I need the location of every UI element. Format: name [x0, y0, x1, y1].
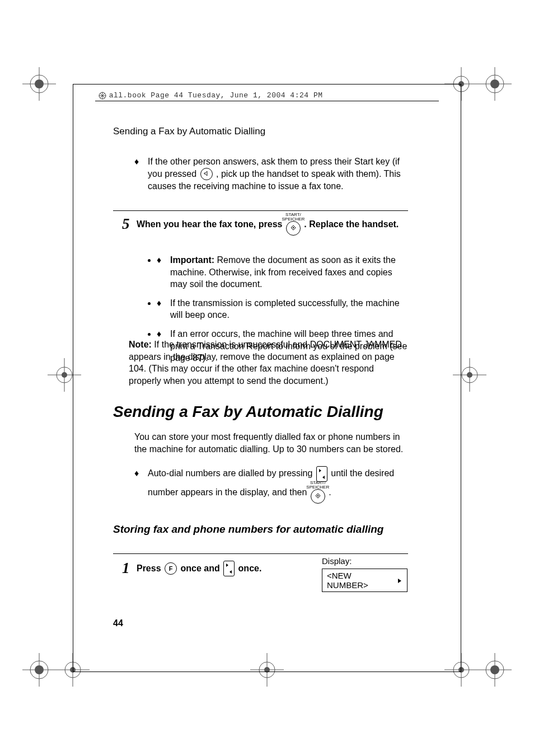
step-5: 5 When you hear the fax tone, press STAR… [122, 213, 413, 236]
display-label: Display: [322, 556, 352, 566]
svg-point-19 [467, 372, 472, 378]
registration-mark [478, 67, 512, 103]
frame-line [73, 84, 73, 672]
svg-point-41 [293, 227, 294, 228]
running-head: Sending a Fax by Automatic Dialling [113, 126, 265, 137]
registration-mark [22, 67, 56, 103]
arrow-key-icon [223, 561, 235, 576]
button-label: START/ SPEICHER [306, 481, 329, 490]
separator-line [113, 210, 408, 211]
bullet-item: If the other person answers, ask them to… [134, 156, 409, 192]
note-label: Note: [129, 340, 152, 349]
arrow-right-icon [397, 576, 402, 585]
step-number: 5 [122, 215, 130, 232]
registration-mark [22, 653, 56, 689]
step-text: once and [180, 564, 222, 573]
speaker-button-icon [200, 168, 213, 180]
registration-mark [250, 653, 284, 689]
bullet-item: If the transmission is completed success… [157, 297, 409, 321]
note-text: If the transmission is unsuccessful and … [129, 340, 402, 386]
framemaker-header: all.book Page 44 Tuesday, June 1, 2004 4… [98, 91, 322, 100]
bullet-item: Important: Remove the document as soon a… [157, 254, 409, 290]
subsection-heading: Storing fax and phone numbers for automa… [113, 523, 383, 536]
step-text: . Replace the handset. [304, 219, 399, 229]
registration-mark [444, 653, 478, 689]
f-label: F [169, 565, 173, 572]
step-text: When you hear the fax tone, press [137, 219, 285, 229]
display-value-box: <NEW NUMBER> [322, 569, 407, 592]
step-text: once. [238, 564, 262, 573]
step-text: Press [137, 564, 163, 573]
bullet-text: Auto-dial numbers are dialled by pressin… [148, 468, 315, 478]
section-heading: Sending a Fax by Automatic Dialling [113, 403, 383, 421]
registration-mark [48, 358, 81, 394]
registration-mark [478, 653, 512, 689]
header-underline [95, 101, 439, 101]
button-label: START/ SPEICHER [282, 213, 305, 222]
step-number: 1 [122, 560, 130, 576]
page-number: 44 [113, 618, 123, 628]
display-value: <NEW NUMBER> [327, 571, 391, 590]
frame-line [73, 672, 461, 672]
svg-point-15 [62, 372, 67, 378]
registration-mark [453, 358, 486, 394]
separator-line [113, 553, 408, 554]
frame-line [461, 84, 461, 672]
start-button-icon: START/ SPEICHER [311, 489, 325, 504]
bullet-label: Important: [170, 255, 214, 265]
autodial-bullet: Auto-dial numbers are dialled by pressin… [134, 464, 409, 510]
svg-point-42 [317, 495, 318, 496]
start-button-icon: START/ SPEICHER [286, 221, 301, 236]
arrow-key-icon [316, 466, 327, 482]
carryover-bullet-block: If the other person answers, ask them to… [134, 156, 409, 199]
note-block: Note: If the transmission is unsuccessfu… [129, 339, 409, 387]
header-text: all.book Page 44 Tuesday, June 1, 2004 4… [109, 91, 323, 100]
intro-paragraph: You can store your most frequently diall… [134, 431, 409, 455]
registration-mark [444, 67, 478, 103]
f-button-icon: F [165, 562, 177, 575]
frame-line [73, 84, 461, 84]
